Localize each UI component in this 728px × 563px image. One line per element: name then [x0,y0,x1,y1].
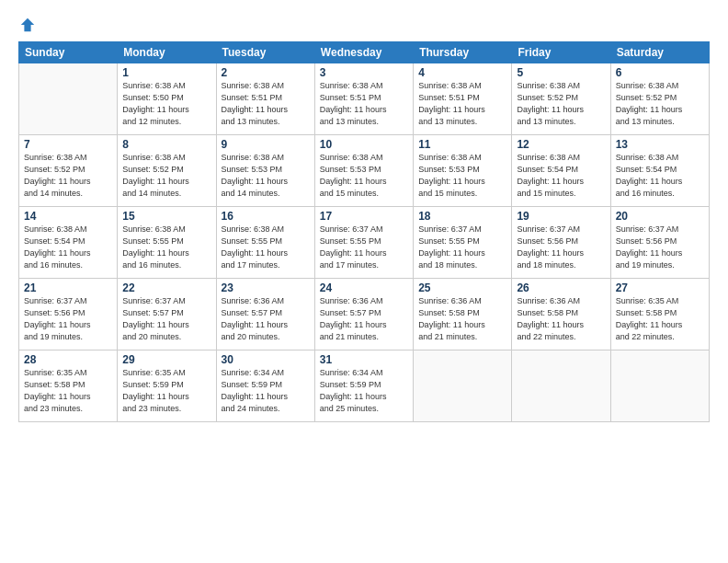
svg-marker-0 [21,18,34,31]
weekday-header: Tuesday [216,42,314,63]
calendar-day-cell: 24Sunrise: 6:36 AM Sunset: 5:57 PM Dayli… [314,279,413,350]
page: SundayMondayTuesdayWednesdayThursdayFrid… [0,0,728,563]
calendar-day-cell: 12Sunrise: 6:38 AM Sunset: 5:54 PM Dayli… [512,135,610,207]
calendar-day-cell: 15Sunrise: 6:38 AM Sunset: 5:55 PM Dayli… [118,207,216,279]
calendar-week-row: 21Sunrise: 6:37 AM Sunset: 5:56 PM Dayli… [19,279,710,350]
day-info: Sunrise: 6:36 AM Sunset: 5:57 PM Dayligh… [222,295,310,343]
calendar-day-cell [19,63,118,135]
day-number: 30 [222,353,310,366]
day-info: Sunrise: 6:38 AM Sunset: 5:52 PM Dayligh… [616,80,704,128]
day-number: 21 [24,282,112,294]
day-info: Sunrise: 6:36 AM Sunset: 5:58 PM Dayligh… [418,295,506,343]
day-number: 28 [24,353,112,366]
calendar-day-cell: 19Sunrise: 6:37 AM Sunset: 5:56 PM Dayli… [512,207,610,279]
weekday-header: Saturday [610,42,709,63]
day-info: Sunrise: 6:35 AM Sunset: 5:59 PM Dayligh… [122,367,210,415]
calendar-week-row: 28Sunrise: 6:35 AM Sunset: 5:58 PM Dayli… [19,350,710,422]
day-info: Sunrise: 6:36 AM Sunset: 5:57 PM Dayligh… [320,295,408,343]
calendar-day-cell: 17Sunrise: 6:37 AM Sunset: 5:55 PM Dayli… [314,207,413,279]
day-number: 25 [418,282,506,294]
day-info: Sunrise: 6:38 AM Sunset: 5:55 PM Dayligh… [122,224,210,271]
day-number: 10 [320,138,408,151]
weekday-header: Monday [118,42,216,63]
calendar-day-cell: 10Sunrise: 6:38 AM Sunset: 5:53 PM Dayli… [314,135,413,207]
day-number: 22 [122,282,210,294]
calendar-day-cell: 26Sunrise: 6:36 AM Sunset: 5:58 PM Dayli… [512,279,610,350]
day-info: Sunrise: 6:38 AM Sunset: 5:53 PM Dayligh… [418,152,506,200]
day-number: 5 [517,66,605,79]
day-info: Sunrise: 6:38 AM Sunset: 5:51 PM Dayligh… [222,80,310,128]
calendar-day-cell [414,350,512,422]
logo [18,17,36,32]
day-info: Sunrise: 6:38 AM Sunset: 5:54 PM Dayligh… [517,152,605,200]
weekday-header: Sunday [19,42,118,63]
weekday-header: Wednesday [314,42,413,63]
day-number: 4 [418,66,506,79]
calendar-day-cell: 21Sunrise: 6:37 AM Sunset: 5:56 PM Dayli… [19,279,118,350]
day-info: Sunrise: 6:38 AM Sunset: 5:55 PM Dayligh… [222,224,310,271]
calendar-day-cell: 5Sunrise: 6:38 AM Sunset: 5:52 PM Daylig… [512,63,610,135]
weekday-header: Thursday [414,42,512,63]
calendar-day-cell: 4Sunrise: 6:38 AM Sunset: 5:51 PM Daylig… [414,63,512,135]
calendar-day-cell: 6Sunrise: 6:38 AM Sunset: 5:52 PM Daylig… [610,63,709,135]
day-number: 18 [418,210,506,223]
calendar-day-cell: 14Sunrise: 6:38 AM Sunset: 5:54 PM Dayli… [19,207,118,279]
day-number: 11 [418,138,506,151]
day-number: 17 [320,210,408,223]
calendar-day-cell [610,350,709,422]
day-info: Sunrise: 6:35 AM Sunset: 5:58 PM Dayligh… [616,295,704,343]
day-info: Sunrise: 6:38 AM Sunset: 5:50 PM Dayligh… [122,80,210,128]
calendar-day-cell [512,350,610,422]
day-info: Sunrise: 6:37 AM Sunset: 5:57 PM Dayligh… [122,295,210,343]
day-info: Sunrise: 6:38 AM Sunset: 5:52 PM Dayligh… [122,152,210,200]
day-number: 13 [616,138,704,151]
calendar-day-cell: 30Sunrise: 6:34 AM Sunset: 5:59 PM Dayli… [216,350,314,422]
calendar-day-cell: 22Sunrise: 6:37 AM Sunset: 5:57 PM Dayli… [118,279,216,350]
calendar-day-cell: 28Sunrise: 6:35 AM Sunset: 5:58 PM Dayli… [19,350,118,422]
day-number: 2 [222,66,310,79]
day-info: Sunrise: 6:38 AM Sunset: 5:53 PM Dayligh… [320,152,408,200]
day-number: 23 [222,282,310,294]
calendar-day-cell: 27Sunrise: 6:35 AM Sunset: 5:58 PM Dayli… [610,279,709,350]
day-info: Sunrise: 6:37 AM Sunset: 5:56 PM Dayligh… [517,224,605,271]
day-number: 19 [517,210,605,223]
calendar-table: SundayMondayTuesdayWednesdayThursdayFrid… [18,41,710,422]
day-number: 20 [616,210,704,223]
day-info: Sunrise: 6:37 AM Sunset: 5:55 PM Dayligh… [320,224,408,271]
calendar-day-cell: 25Sunrise: 6:36 AM Sunset: 5:58 PM Dayli… [414,279,512,350]
day-info: Sunrise: 6:38 AM Sunset: 5:54 PM Dayligh… [616,152,704,200]
calendar-day-cell: 9Sunrise: 6:38 AM Sunset: 5:53 PM Daylig… [216,135,314,207]
day-number: 9 [222,138,310,151]
calendar-day-cell: 11Sunrise: 6:38 AM Sunset: 5:53 PM Dayli… [414,135,512,207]
day-info: Sunrise: 6:38 AM Sunset: 5:51 PM Dayligh… [320,80,408,128]
calendar-day-cell: 23Sunrise: 6:36 AM Sunset: 5:57 PM Dayli… [216,279,314,350]
day-number: 31 [320,353,408,366]
day-info: Sunrise: 6:36 AM Sunset: 5:58 PM Dayligh… [517,295,605,343]
calendar-day-cell: 13Sunrise: 6:38 AM Sunset: 5:54 PM Dayli… [610,135,709,207]
calendar-day-cell: 7Sunrise: 6:38 AM Sunset: 5:52 PM Daylig… [19,135,118,207]
calendar-day-cell: 2Sunrise: 6:38 AM Sunset: 5:51 PM Daylig… [216,63,314,135]
day-info: Sunrise: 6:38 AM Sunset: 5:53 PM Dayligh… [222,152,310,200]
calendar-day-cell: 31Sunrise: 6:34 AM Sunset: 5:59 PM Dayli… [314,350,413,422]
day-info: Sunrise: 6:38 AM Sunset: 5:51 PM Dayligh… [418,80,506,128]
calendar-week-row: 1Sunrise: 6:38 AM Sunset: 5:50 PM Daylig… [19,63,710,135]
day-number: 26 [517,282,605,294]
day-number: 3 [320,66,408,79]
day-number: 29 [122,353,210,366]
day-info: Sunrise: 6:38 AM Sunset: 5:52 PM Dayligh… [24,152,112,200]
day-number: 12 [517,138,605,151]
calendar-day-cell: 1Sunrise: 6:38 AM Sunset: 5:50 PM Daylig… [118,63,216,135]
calendar-day-cell: 20Sunrise: 6:37 AM Sunset: 5:56 PM Dayli… [610,207,709,279]
day-info: Sunrise: 6:35 AM Sunset: 5:58 PM Dayligh… [24,367,112,415]
day-number: 8 [122,138,210,151]
day-number: 7 [24,138,112,151]
day-info: Sunrise: 6:37 AM Sunset: 5:56 PM Dayligh… [24,295,112,343]
logo-text [18,17,36,34]
day-number: 6 [616,66,704,79]
logo-icon [19,17,36,33]
calendar-day-cell: 3Sunrise: 6:38 AM Sunset: 5:51 PM Daylig… [314,63,413,135]
day-info: Sunrise: 6:37 AM Sunset: 5:55 PM Dayligh… [418,224,506,271]
day-number: 15 [122,210,210,223]
header [18,17,710,32]
calendar-day-cell: 18Sunrise: 6:37 AM Sunset: 5:55 PM Dayli… [414,207,512,279]
